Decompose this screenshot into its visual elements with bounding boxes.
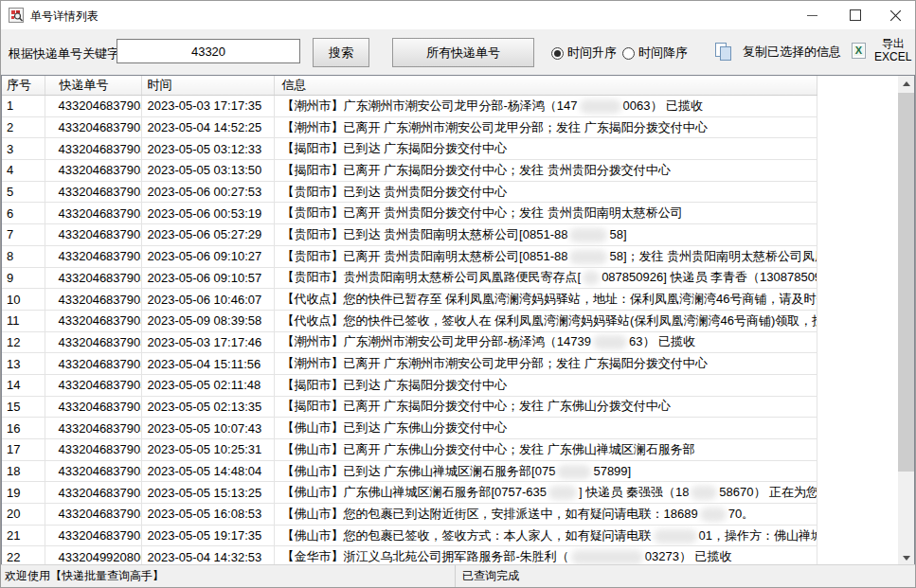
table-row[interactable]: 743320468379032023-05-06 05:27:29【贵阳市】已到… — [2, 224, 817, 246]
all-tracking-numbers-button[interactable]: 所有快递单号 — [392, 38, 534, 67]
table-row[interactable]: 643320468379032023-05-06 00:53:19【贵阳市】已离… — [2, 203, 817, 224]
table-row[interactable]: 943320468379032023-05-06 09:10:57【贵阳市】贵州… — [2, 267, 817, 289]
close-icon — [889, 9, 902, 22]
radio-time-desc[interactable]: 时间降序 — [622, 45, 688, 62]
redacted-text — [548, 486, 577, 500]
table-row[interactable]: 343320468379032023-05-05 03:12:33【揭阳市】已到… — [2, 138, 817, 160]
row-index: 7 — [2, 224, 45, 246]
table-row[interactable]: 1743320468379032023-05-05 10:25:31【佛山市】已… — [2, 439, 817, 461]
redacted-text — [593, 335, 627, 349]
scrollbar-up-button[interactable] — [898, 76, 914, 92]
table-row[interactable]: 1043320468379032023-05-06 10:46:07【代收点】您… — [2, 289, 817, 311]
timestamp: 2023-05-05 15:13:25 — [141, 482, 274, 504]
tracking-number: 4332046837903 — [45, 482, 141, 504]
row-index: 20 — [2, 504, 45, 526]
row-index: 3 — [2, 138, 45, 160]
table-row[interactable]: 2143320468379032023-05-05 19:17:35【佛山市】您… — [2, 525, 817, 546]
column-header-info[interactable]: 信息 — [274, 76, 817, 96]
info-cell: 【揭阳市】已到达 广东揭阳分拨交付中心 — [274, 374, 817, 396]
tracking-number: 4332046837903 — [45, 116, 141, 138]
results-table: 序号 快递单号 时间 信息 143320468379032023-05-03 1… — [2, 76, 817, 567]
info-cell: 【潮州市】已离开 广东潮州市潮安公司龙甲分部；发往 广东揭阳分拨交付中心 — [274, 116, 817, 138]
row-index: 12 — [2, 331, 45, 353]
close-button[interactable] — [880, 1, 910, 29]
tracking-number: 4332046837903 — [45, 181, 141, 203]
table-row[interactable]: 1643320468379032023-05-05 10:07:43【佛山市】已… — [2, 418, 817, 439]
timestamp: 2023-05-06 00:27:53 — [141, 181, 274, 203]
redacted-text — [569, 228, 607, 242]
scrollbar-thumb[interactable] — [898, 93, 914, 472]
info-cell: 【揭阳市】已到达 广东揭阳分拨交付中心 — [274, 138, 817, 160]
redacted-text — [700, 508, 727, 522]
row-index: 15 — [2, 396, 45, 418]
table-row[interactable]: 443320468379032023-05-05 03:13:50【揭阳市】已离… — [2, 160, 817, 182]
timestamp: 2023-05-05 03:13:50 — [141, 160, 274, 182]
table-row[interactable]: 843320468379032023-05-06 09:10:27【贵阳市】已离… — [2, 245, 817, 267]
toolbar: 根据快递单号关键字: 搜索 所有快递单号 时间升序 时间降序 复制已选择的信息 … — [1, 29, 915, 76]
timestamp: 2023-05-05 03:12:33 — [141, 138, 274, 160]
radio-time-desc-circle — [622, 47, 635, 60]
info-cell: 【贵阳市】已离开 贵州贵阳分拨交付中心；发往 贵州贵阳南明太慈桥公司 — [274, 203, 817, 224]
timestamp: 2023-05-05 10:07:43 — [141, 418, 274, 439]
app-icon — [9, 8, 24, 23]
export-label-line2: EXCEL — [874, 50, 911, 63]
info-cell: 【佛山市】已到达 广东佛山禅城区澜石服务部[07557899] — [274, 460, 817, 482]
redacted-text — [691, 486, 717, 500]
status-query-result: 已查询完成 — [457, 565, 915, 587]
table-row[interactable]: 243320468379032023-05-04 14:52:25【潮州市】已离… — [2, 116, 817, 138]
timestamp: 2023-05-05 19:17:35 — [141, 525, 274, 546]
table-row[interactable]: 1343320468379032023-05-04 15:11:56【潮州市】已… — [2, 353, 817, 375]
row-index: 1 — [2, 96, 45, 117]
column-header-tracking[interactable]: 快递单号 — [45, 76, 141, 96]
window-title: 单号详情列表 — [30, 9, 99, 25]
maximize-icon — [850, 9, 861, 21]
table-row[interactable]: 2043320468379032023-05-05 16:08:53【佛山市】您… — [2, 504, 817, 526]
tracking-number: 4332046837903 — [45, 267, 141, 289]
search-button[interactable]: 搜索 — [313, 38, 369, 67]
timestamp: 2023-05-06 09:10:27 — [141, 245, 274, 267]
chevron-up-icon — [903, 81, 910, 86]
info-cell: 【佛山市】已到达 广东佛山分拨交付中心 — [274, 418, 817, 439]
info-cell: 【佛山市】您的包裹已到达附近街区，安排派送中，如有疑问请电联：1868970。 — [274, 504, 817, 526]
row-index: 21 — [2, 525, 45, 546]
redacted-text — [569, 250, 607, 264]
maximize-button[interactable] — [840, 1, 871, 29]
table-row[interactable]: 1443320468379032023-05-05 02:11:48【揭阳市】已… — [2, 374, 817, 396]
tracking-number: 4332046837903 — [45, 460, 141, 482]
table-row[interactable]: 1543320468379032023-05-05 02:13:35【揭阳市】已… — [2, 396, 817, 418]
column-header-time[interactable]: 时间 — [141, 76, 274, 96]
table-row[interactable]: 1143320468379032023-05-09 08:39:58【代收点】您… — [2, 310, 817, 331]
table-row[interactable]: 143320468379032023-05-03 17:17:35【潮州市】广东… — [2, 96, 817, 117]
copy-selected-button[interactable]: 复制已选择的信息 — [713, 42, 841, 62]
info-cell: 【贵阳市】已到达 贵州贵阳南明太慈桥公司[0851-8858] — [274, 224, 817, 246]
table-row[interactable]: 1243320468379032023-05-03 17:17:46【潮州市】广… — [2, 331, 817, 353]
status-bar: 欢迎使用【快递批量查询高手】 已查询完成 — [1, 564, 915, 587]
info-cell: 【贵阳市】已离开 贵州贵阳南明太慈桥公司[0851-8858]；发往 贵州贵阳南… — [274, 245, 817, 267]
tracking-number: 4332046837903 — [45, 525, 141, 546]
radio-time-asc[interactable]: 时间升序 — [551, 45, 617, 62]
minimize-button[interactable] — [797, 1, 827, 29]
table-row[interactable]: 1943320468379032023-05-05 15:13:25【佛山市】广… — [2, 482, 817, 504]
info-cell: 【代收点】您的快件已签收，签收人在 保利凤凰湾澜湾妈妈驿站(保利凤凰湾澜湾46号… — [274, 310, 817, 331]
table-row[interactable]: 543320468379032023-05-06 00:27:53【贵阳市】已到… — [2, 181, 817, 203]
vertical-scrollbar[interactable] — [898, 76, 914, 566]
timestamp: 2023-05-06 05:27:29 — [141, 224, 274, 246]
timestamp: 2023-05-09 08:39:58 — [141, 310, 274, 331]
tracking-number: 4332046837903 — [45, 418, 141, 439]
copy-selected-label: 复制已选择的信息 — [743, 44, 841, 61]
row-index: 11 — [2, 310, 45, 331]
timestamp: 2023-05-04 14:52:25 — [141, 116, 274, 138]
row-index: 10 — [2, 289, 45, 311]
tracking-number: 4332046837903 — [45, 245, 141, 267]
keyword-label: 根据快递单号关键字: — [9, 45, 123, 62]
timestamp: 2023-05-05 02:11:48 — [141, 374, 274, 396]
timestamp: 2023-05-03 17:17:46 — [141, 331, 274, 353]
column-header-index[interactable]: 序号 — [2, 76, 45, 96]
export-label-line1: 导出 — [874, 37, 911, 50]
keyword-input[interactable] — [117, 39, 300, 63]
export-excel-button[interactable]: X 导出 EXCEL — [850, 37, 911, 63]
table-row[interactable]: 1843320468379032023-05-05 14:48:04【佛山市】已… — [2, 460, 817, 482]
tracking-number: 4332046837903 — [45, 96, 141, 117]
tracking-number: 4332046837903 — [45, 353, 141, 375]
svg-text:X: X — [855, 45, 863, 56]
